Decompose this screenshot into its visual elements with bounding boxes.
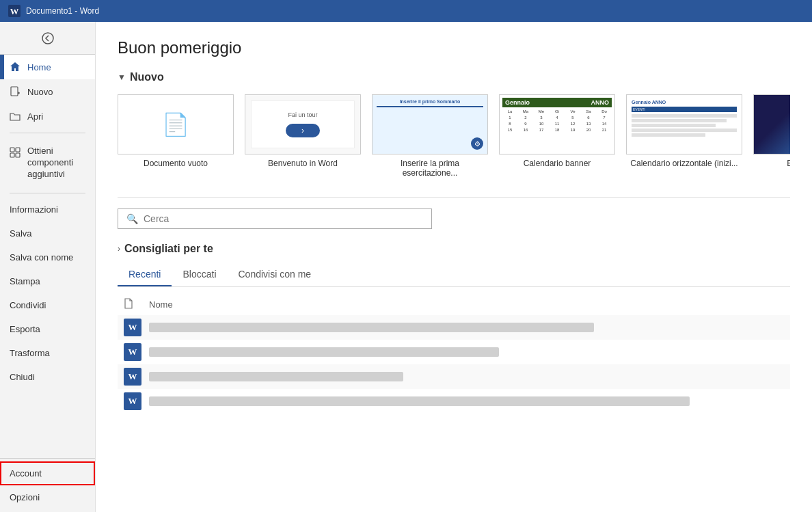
file-name-bar-4	[149, 396, 690, 406]
word-logo-icon: W	[8, 5, 21, 17]
template-thumb-blank: 📄	[118, 94, 234, 154]
new-doc-icon	[10, 86, 21, 97]
file-header-icon	[123, 298, 134, 309]
file-name-col-header: Nome	[149, 299, 785, 310]
word-doc-icon-3	[124, 368, 141, 386]
svg-rect-3	[11, 87, 18, 96]
sidebar-item-home[interactable]: Home	[0, 55, 95, 79]
add-ins-icon	[10, 147, 21, 158]
template-name-welcome: Benvenuto in Word	[268, 159, 338, 168]
template-name-blank: Documento vuoto	[144, 159, 208, 168]
file-name-bar-1	[149, 323, 594, 332]
word-doc-icon-4	[124, 392, 141, 410]
svg-text:W: W	[10, 7, 19, 16]
tab-bloccati[interactable]: Bloccati	[172, 263, 227, 286]
template-thumb-calendar-hor: Gennaio ANNO EVENTI	[626, 94, 742, 154]
sidebar-item-salva[interactable]: Salva	[0, 221, 95, 245]
template-card-calendar-hor[interactable]: Gennaio ANNO EVENTI	[626, 94, 742, 178]
sidebar-item-condividi[interactable]: Condividi	[0, 293, 95, 317]
cal-banner-header: GennaioANNO	[502, 98, 612, 107]
sidebar: Home Nuovo	[0, 22, 96, 512]
search-input[interactable]	[144, 213, 423, 224]
tab-recenti[interactable]: Recenti	[118, 263, 172, 286]
svg-rect-9	[16, 153, 20, 157]
content-area: Buon pomeriggio ▼ Nuovo 📄 Documento vuot…	[96, 22, 812, 512]
template-card-calendar-banner[interactable]: GennaioANNO LuMaMe GiVeSaDo 123 4567 891…	[499, 94, 615, 178]
sidebar-item-informazioni[interactable]: Informazioni	[0, 198, 95, 221]
welcome-arrow-btn: ›	[286, 124, 320, 137]
template-card-esercitazione[interactable]: Inserire il primo Sommario ⚙ Inserire la…	[372, 94, 488, 178]
greeting-heading: Buon pomeriggio	[118, 38, 790, 57]
sidebar-item-label-salva-con-nome: Salva con nome	[10, 252, 73, 262]
file-row-3[interactable]	[118, 364, 790, 389]
templates-row: 📄 Documento vuoto Fai un tour › Benvenut…	[118, 94, 790, 178]
sidebar-item-addins[interactable]: Ottieni componenti aggiuntivi	[0, 137, 95, 189]
sidebar-item-label-informazioni: Informazioni	[10, 204, 58, 215]
sidebar-item-label-addins: Ottieni componenti aggiuntivi	[27, 146, 85, 180]
sidebar-item-apri[interactable]: Apri	[0, 104, 95, 129]
sidebar-item-label-apri: Apri	[27, 111, 43, 122]
sidebar-item-label-esporta: Esporta	[10, 324, 40, 334]
file-row-2[interactable]	[118, 340, 790, 364]
sidebar-item-trasforma[interactable]: Trasforma	[0, 341, 95, 365]
main-layout: Home Nuovo	[0, 22, 812, 512]
template-card-brochure[interactable]: Brochure eve	[753, 94, 790, 178]
file-name-3	[149, 372, 785, 381]
cal-hor-rows	[632, 114, 737, 137]
word-doc-icon-1	[124, 319, 141, 336]
file-list-header: Nome	[118, 295, 790, 314]
file-icon-2	[123, 342, 142, 362]
sidebar-item-account[interactable]: Account	[0, 461, 95, 485]
recommended-chevron-icon[interactable]: ›	[118, 244, 120, 254]
brochure-thumb-fill	[754, 95, 790, 154]
sidebar-item-label-nuovo: Nuovo	[27, 87, 53, 97]
sidebar-item-label-condividi: Condividi	[10, 300, 46, 310]
sidebar-divider-2	[10, 193, 85, 193]
file-row-4[interactable]	[118, 389, 790, 414]
title-bar-text: Documento1 - Word	[26, 6, 99, 16]
back-icon	[42, 32, 54, 44]
sidebar-divider-1	[10, 133, 85, 133]
sidebar-item-chiudi[interactable]: Chiudi	[0, 365, 95, 389]
file-row-1[interactable]	[118, 315, 790, 340]
sidebar-item-label-stampa: Stampa	[10, 276, 40, 286]
separator-line	[118, 197, 790, 198]
cal-banner-grid: LuMaMe GiVeSaDo 123 4567 8910 11121314 1…	[502, 109, 612, 133]
open-icon	[10, 111, 21, 122]
tabs-bar: Recenti Bloccati Condivisi con me	[118, 263, 790, 287]
word-doc-icon-2	[124, 343, 141, 361]
recommended-section-title: Consigliati per te	[124, 243, 213, 255]
sidebar-item-stampa[interactable]: Stampa	[0, 269, 95, 293]
template-card-blank[interactable]: 📄 Documento vuoto	[118, 94, 234, 178]
cal-hor-top: Gennaio ANNO	[632, 100, 737, 105]
template-name-esercitazione: Inserire la prima esercitazione...	[372, 159, 488, 178]
tab-condivisi[interactable]: Condivisi con me	[228, 263, 323, 286]
sidebar-item-nuovo[interactable]: Nuovo	[0, 79, 95, 104]
file-name-4	[149, 396, 785, 406]
search-icon: 🔍	[126, 213, 138, 224]
title-bar: W Documento1 - Word	[0, 0, 812, 22]
nuovo-section-header: ▼ Nuovo	[118, 71, 790, 83]
file-name-2	[149, 347, 785, 357]
svg-rect-6	[10, 148, 14, 152]
svg-rect-7	[16, 148, 20, 152]
sidebar-item-esporta[interactable]: Esporta	[0, 317, 95, 341]
template-card-welcome[interactable]: Fai un tour › Benvenuto in Word	[245, 94, 361, 178]
exercise-top-text: Inserire il primo Sommario	[400, 99, 461, 104]
template-thumb-esercitazione: Inserire il primo Sommario ⚙	[372, 94, 488, 154]
sidebar-item-label-salva: Salva	[10, 228, 32, 239]
sidebar-bottom: Account Opzioni	[0, 458, 95, 512]
template-name-calendar-banner: Calendario banner	[524, 159, 591, 168]
template-thumb-calendar-banner: GennaioANNO LuMaMe GiVeSaDo 123 4567 891…	[499, 94, 615, 154]
sidebar-item-label-chiudi: Chiudi	[10, 372, 35, 382]
template-name-brochure: Brochure eve	[787, 159, 790, 168]
home-icon	[10, 62, 21, 72]
recommended-section-header: › Consigliati per te	[118, 243, 790, 255]
sidebar-item-opzioni[interactable]: Opzioni	[0, 485, 95, 509]
sidebar-item-salva-con-nome[interactable]: Salva con nome	[0, 245, 95, 269]
search-bar[interactable]: 🔍	[118, 208, 432, 229]
back-button[interactable]	[0, 22, 95, 55]
sidebar-item-label-home: Home	[27, 62, 51, 72]
nuovo-chevron-icon[interactable]: ▼	[118, 72, 126, 82]
sidebar-nav: Home Nuovo	[0, 55, 95, 458]
